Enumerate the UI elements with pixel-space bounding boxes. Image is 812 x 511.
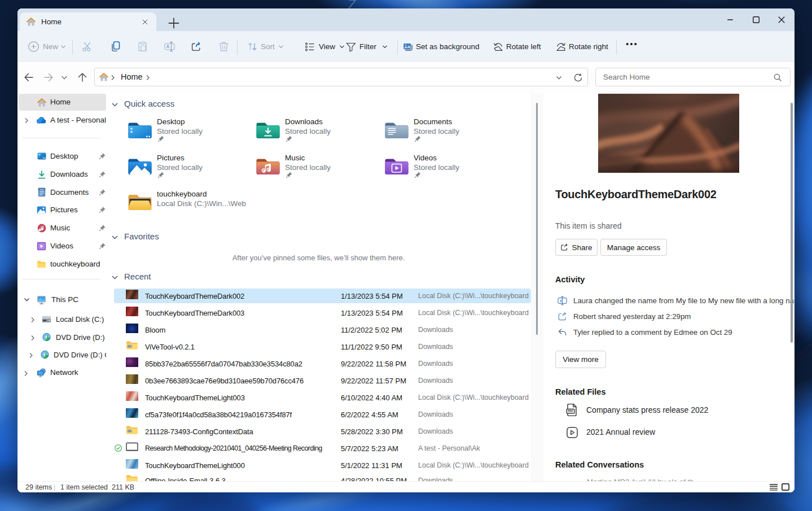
svg-text:PDF: PDF xyxy=(568,409,573,413)
